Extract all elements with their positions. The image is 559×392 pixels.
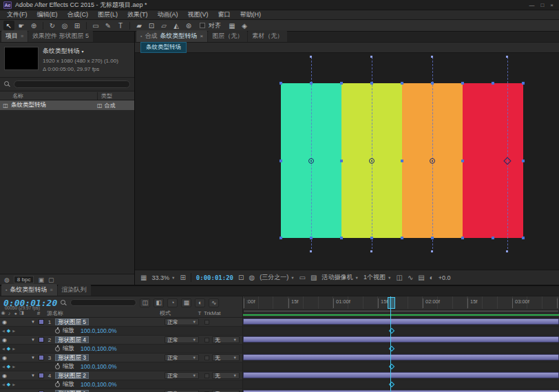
pan-behind-tool-icon[interactable]: ⊞ <box>72 21 83 30</box>
layer-duration-bar[interactable] <box>243 372 559 378</box>
draft-3d-button[interactable]: ◧ <box>154 298 164 307</box>
zoom-tool-icon[interactable]: ⊕ <box>28 21 39 30</box>
puppet-tool-icon[interactable]: ⊛ <box>183 21 194 30</box>
stopwatch-icon[interactable] <box>55 364 60 369</box>
selection-handle[interactable] <box>340 82 343 85</box>
twirl-icon[interactable]: ▼ <box>29 371 37 380</box>
column-name[interactable]: 名称 <box>0 92 97 100</box>
menu-help[interactable]: 帮助(H) <box>235 10 266 19</box>
property-value[interactable]: 100.0,100.0% <box>81 327 116 334</box>
visibility-eye-icon[interactable]: ◉ <box>2 337 7 343</box>
preserve-transparency-checkbox[interactable] <box>204 373 209 378</box>
twirl-icon[interactable]: ▼ <box>29 336 37 344</box>
selection-handle[interactable] <box>522 160 525 162</box>
menu-view[interactable]: 视图(V) <box>183 10 213 19</box>
grid-options-icon[interactable]: ▦ <box>140 274 147 281</box>
timeline-button-icon[interactable]: ▤ <box>418 274 424 281</box>
viewer-timecode[interactable]: 0:00:01:20 <box>196 274 233 281</box>
twirl-icon[interactable]: ▼ <box>29 389 37 392</box>
tab-close-icon[interactable]: × <box>200 33 203 39</box>
layer-label-swatch[interactable] <box>39 337 44 342</box>
layer-name[interactable]: 形状图层 3 <box>55 354 89 361</box>
selection-handle[interactable] <box>431 82 434 85</box>
fast-previews-icon[interactable]: ∿ <box>408 274 413 281</box>
comp-name[interactable]: 条纹类型转场 ▾ <box>43 47 118 56</box>
current-time-indicator[interactable] <box>390 296 391 392</box>
selection-handle[interactable] <box>492 82 494 85</box>
stopwatch-icon[interactable] <box>55 347 60 351</box>
trkmat-dropdown[interactable]: 无▼ <box>212 372 240 379</box>
layer-duration-bar[interactable] <box>243 336 559 342</box>
hide-shy-button[interactable]: ◔ <box>167 298 178 307</box>
selection-handle[interactable] <box>370 237 373 239</box>
frame-blending-button[interactable]: ▦ <box>181 298 191 307</box>
zoom-dropdown[interactable]: 33.3%▼ <box>151 274 175 281</box>
layer-row[interactable]: ◉ ▼ 5 形状图层 1 正常▼ 无▼ <box>0 389 559 392</box>
snapshot-icon[interactable]: ⊡ <box>238 274 244 281</box>
clone-stamp-tool-icon[interactable]: ⊡ <box>146 21 157 30</box>
visibility-eye-icon[interactable]: ◉ <box>2 319 7 325</box>
mini-flowchart-button[interactable]: ◫ <box>140 298 150 307</box>
property-value[interactable]: 100.0,100.0% <box>81 363 116 370</box>
layer-row[interactable]: ◉ ▼ 1 形状图层 5 正常▼ <box>0 318 559 327</box>
property-row[interactable]: ◀ ◆ ▶ 缩放100.0,100.0% <box>0 327 559 336</box>
mode-dropdown[interactable]: 正常▼ <box>165 354 199 361</box>
visibility-eye-icon[interactable]: ◉ <box>2 373 7 379</box>
selection-handle[interactable] <box>340 237 343 239</box>
layer-name[interactable]: 形状图层 2 <box>55 372 89 379</box>
menu-edit[interactable]: 编辑(E) <box>32 10 63 19</box>
close-button[interactable]: × <box>550 2 553 8</box>
tab-effect-controls[interactable]: 效果控件 形状图层 5 <box>28 30 93 42</box>
project-item-row[interactable]: ◫ 条纹类型转场 ◫ 合成 <box>0 100 134 110</box>
eraser-tool-icon[interactable]: ▱ <box>158 21 169 30</box>
property-row[interactable]: ◀ ◆ ▶ 缩放100.0,100.0% <box>0 345 559 353</box>
project-item-name[interactable]: 条纹类型转场 <box>11 101 97 109</box>
timeline-search-input[interactable] <box>70 299 136 306</box>
property-row[interactable]: ◀ ◆ ▶ 缩放100.0,100.0% <box>0 362 559 371</box>
prev-keyframe-arrow[interactable]: ◀ <box>2 347 5 351</box>
flowchart-comp-chip[interactable]: 条纹类型转场 <box>140 42 187 53</box>
stopwatch-icon[interactable] <box>55 329 60 334</box>
selection-handle[interactable] <box>522 237 525 239</box>
graph-editor-button[interactable]: ∿ <box>209 298 219 307</box>
selection-handle[interactable] <box>280 82 282 85</box>
selection-handle[interactable] <box>340 160 343 162</box>
selection-handle[interactable] <box>370 82 373 85</box>
pen-tool-icon[interactable]: ✎ <box>103 21 114 30</box>
snap-align-icon[interactable]: ◈ <box>239 21 250 30</box>
trkmat-dropdown[interactable]: 无▼ <box>212 354 240 361</box>
tab-layer-viewer[interactable]: 图层（无） <box>208 30 247 42</box>
mask-visibility-icon[interactable]: ⊞ <box>180 274 185 281</box>
selection-handle[interactable] <box>431 237 434 239</box>
motion-blur-button[interactable]: ◐ <box>195 298 205 307</box>
work-area-strip[interactable] <box>242 309 559 317</box>
tab-composition[interactable]: ▪ 合成 条纹类型转场 × <box>136 30 207 42</box>
keyframe-nav-diamond[interactable]: ◆ <box>7 328 10 334</box>
menu-composition[interactable]: 合成(C) <box>63 10 94 19</box>
bit-depth-badge[interactable]: 8 bpc <box>14 276 34 283</box>
work-area-bar[interactable] <box>243 309 559 313</box>
trash-icon[interactable]: ▢ <box>48 276 54 283</box>
layer-name[interactable]: 形状图层 5 <box>55 318 89 325</box>
type-tool-icon[interactable]: T <box>115 21 126 30</box>
panel-menu-icon[interactable]: ≡ <box>50 287 52 292</box>
maximize-button[interactable]: □ <box>540 2 544 8</box>
next-keyframe-arrow[interactable]: ▶ <box>12 347 15 351</box>
selection-handle[interactable] <box>492 237 494 239</box>
next-keyframe-arrow[interactable]: ▶ <box>12 364 15 369</box>
tab-footage-viewer[interactable]: 素材（无） <box>248 30 287 42</box>
property-value[interactable]: 100.0,100.0% <box>81 345 116 352</box>
resolution-dropdown[interactable]: (三分之一)▼ <box>260 273 294 282</box>
keyframe-nav-diamond[interactable]: ◆ <box>7 382 10 387</box>
mode-dropdown[interactable]: 正常▼ <box>165 372 199 379</box>
menu-window[interactable]: 窗口 <box>213 10 235 19</box>
keyframe-nav-diamond[interactable]: ◆ <box>7 346 10 351</box>
trkmat-dropdown[interactable]: 无▼ <box>212 336 240 343</box>
layer-row[interactable]: ◉ ▼ 3 形状图层 3 正常▼ 无▼ <box>0 353 559 362</box>
brush-tool-icon[interactable]: ▰ <box>134 21 145 30</box>
selection-handle[interactable] <box>310 237 313 239</box>
comp-thumbnail[interactable] <box>4 47 39 70</box>
prev-keyframe-arrow[interactable]: ◀ <box>2 329 5 333</box>
layer-row[interactable]: ◉ ▼ 2 形状图层 4 正常▼ 无▼ <box>0 336 559 345</box>
comp-shape-rect[interactable] <box>463 83 523 238</box>
